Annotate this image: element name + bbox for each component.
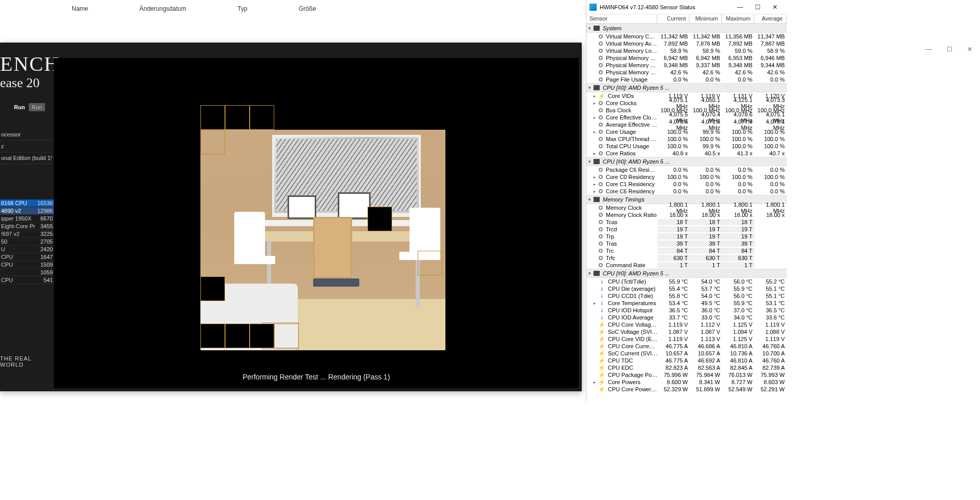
sensor-row[interactable]: Virtual Memory Available7,892 MB7,878 MB… [586,40,787,47]
col-type[interactable]: Typ [237,5,247,12]
col-size[interactable]: Größe [299,5,316,12]
maximize-button[interactable]: ☐ [749,4,766,11]
sensor-row[interactable]: Tcas18 T18 T18 T [586,218,787,226]
sensor-row[interactable]: Memory Clock1,800.1 MHz1,800.1 MHz1,800.… [586,204,787,211]
sensor-row[interactable]: Trp19 T19 T19 T [586,233,787,240]
sensor-row[interactable]: ▸Core C6 Residency0.0 %0.0 %0.0 %0.0 % [586,188,787,195]
hwinfo-title: HWiNFO64 v7.12-4580 Sensor Status [600,4,731,10]
sensor-row[interactable]: Total CPU Usage100.0 %99.9 %100.0 %100.0… [586,143,787,150]
render-status: Performing Render Test ... Rendering (Pa… [54,373,579,381]
system-info: ocessor z onal Edition (build 1! [0,129,52,164]
sensor-row[interactable]: 🌡CPU CCD1 (Tdie)55.8 °C54.0 °C56.0 °C55.… [586,292,787,299]
minimize-button[interactable]: — [918,43,939,56]
col-sensor[interactable]: Sensor [586,14,658,23]
render-tile [250,324,274,348]
sensor-section-header[interactable]: ▾CPU [#0]: AMD Ryzen 5 ... [586,157,787,166]
maximize-button[interactable]: ☐ [939,43,959,56]
sensor-row[interactable]: ⚡CPU Core Voltage (SVI2 ...1.119 V1.112 … [586,321,787,328]
sensor-row[interactable]: ⚡CPU Core VID (Effective)1.119 V1.113 V1… [586,335,787,343]
render-tile [274,324,299,348]
cinebench-window: ENCH ease 20 Run Run ocessor z onal Edit… [0,43,582,391]
col-average[interactable]: Average [754,14,787,23]
sensor-row[interactable]: Physical Memory Used6,942 MB6,942 MB6,95… [586,54,787,62]
render-image [200,105,445,382]
hwinfo-titlebar[interactable]: HWiNFO64 v7.12-4580 Sensor Status — ☐ ✕ [586,0,787,14]
col-name[interactable]: Name [72,5,88,12]
cinebench-logo: ENCH ease 20 [0,54,60,90]
ranking-row[interactable]: ipper 1950X6670 [0,215,54,223]
sensor-row[interactable]: Trcd19 T19 T19 T [586,226,787,233]
sensor-row[interactable]: Trc84 T84 T84 T [586,247,787,254]
info-row: z [0,141,52,152]
sensor-row[interactable]: Memory Clock Ratio18.00 x18.00 x18.00 x1… [586,211,787,218]
sensor-row[interactable]: Virtual Memory Committed11,342 MB11,342 … [586,33,787,40]
sensor-row[interactable]: ▸Core C1 Residency0.0 %0.0 %0.0 %0.0 % [586,181,787,188]
sensor-row[interactable]: Max CPU/Thread Usage100.0 %100.0 %100.0 … [586,135,787,143]
sensor-row[interactable]: Physical Memory Load42.6 %42.6 %42.6 %42… [586,69,787,76]
sensor-row[interactable]: ▸⚡Core Powers8.600 W8.341 W8.727 W8.603 … [586,378,787,386]
sensor-row[interactable]: ⚡CPU Core Current (SVI2 ...46.775 A46.68… [586,343,787,350]
render-viewport: Performing Render Test ... Rendering (Pa… [54,58,579,388]
hwinfo-icon [589,4,597,11]
render-tile [225,105,250,130]
run-button[interactable]: Run [29,103,45,111]
ranking-row[interactable]: Eight-Core Pr3455 [0,223,54,230]
sensor-row[interactable]: ▸Core Usage100.0 %99.9 %100.0 %100.0 % [586,128,787,135]
minimize-button[interactable]: — [731,4,749,11]
render-tile [368,207,392,231]
ranking-row[interactable]: CPU541 [0,276,54,284]
ranking-row[interactable]: U2420 [0,246,54,253]
col-date[interactable]: Änderungsdatum [139,5,186,12]
sensor-row[interactable]: Command Rate1 T1 T1 T [586,262,787,269]
ranking-row[interactable]: !697 v23225 [0,230,54,238]
render-tile [250,105,274,130]
sensor-row[interactable]: 🌡CPU Die (average)55.4 °C53.7 °C55.9 °C5… [586,285,787,292]
sensor-row[interactable]: ⚡SoC Voltage (SVI2 TFN)1.087 V1.087 V1.0… [586,328,787,335]
sensor-row[interactable]: Average Effective Clock4,075.5 MHz4,071.… [586,121,787,128]
sensor-row[interactable]: ▸Core C0 Residency100.0 %100.0 %100.0 %1… [586,173,787,181]
sensor-row[interactable]: 🌡CPU IOD Hotspot36.5 °C36.0 °C37.0 °C36.… [586,307,787,314]
render-tile [225,324,250,348]
sensor-row[interactable]: ⚡CPU Package Power75.996 W75.984 W76.013… [586,371,787,378]
close-button[interactable]: ✕ [766,4,784,11]
chip-icon [594,85,600,90]
sensor-row[interactable]: Trfc630 T630 T630 T [586,254,787,262]
sensor-row[interactable]: ⚡SoC Current (SVI2 TFN)10.657 A10.657 A1… [586,350,787,357]
sensor-row[interactable]: ▸Core Ratios40.8 x40.5 x41.3 x40.7 x [586,150,787,157]
sensor-row[interactable]: ⚡CPU TDC46.775 A46.692 A46.810 A46.760 A [586,357,787,364]
sensor-row[interactable]: Tras39 T39 T39 T [586,240,787,247]
ranking-row[interactable]: CPU1647 [0,253,54,261]
info-row: onal Edition (build 1! [0,152,52,164]
ranking-row[interactable]: 502705 [0,238,54,246]
chip-icon [594,26,600,31]
rendered-scene [200,130,445,350]
close-button[interactable]: ✕ [959,43,980,56]
tagline: THE REAL WORLD [0,355,52,368]
sensor-section-header[interactable]: ▾System [586,24,787,33]
ranking-row[interactable]: CPU1509 [0,261,54,269]
sensor-section-header[interactable]: ▾CPU [#0]: AMD Ryzen 5 ... [586,269,787,278]
col-current[interactable]: Current [658,14,690,23]
render-tile [200,105,225,130]
sensor-row[interactable]: Page File Usage0.0 %0.0 %0.0 %0.0 % [586,76,787,83]
col-maximum[interactable]: Maximum [722,14,754,23]
col-minimum[interactable]: Minimum [690,14,722,23]
sensor-section-header[interactable]: ▾CPU [#0]: AMD Ryzen 5 ... [586,83,787,92]
render-tile [418,251,442,275]
sensor-row[interactable]: Virtual Memory Load58.9 %58.9 %59.0 %58.… [586,47,787,54]
sensor-row[interactable]: 🌡CPU IOD Average33.7 °C33.0 °C34.0 °C33.… [586,314,787,321]
sensor-row[interactable]: Physical Memory Available9,348 MB9,337 M… [586,62,787,69]
sensor-row[interactable]: ▸🌡Core Temperatures53.4 °C49.5 °C55.9 °C… [586,299,787,307]
ranking-row[interactable]: 1059 [0,269,54,276]
render-tile [200,276,225,301]
render-tile [200,130,225,154]
sensor-row[interactable]: Package C6 Residency0.0 %0.0 %0.0 %0.0 % [586,166,787,173]
ranking-row[interactable]: 8168 CPU16536 [0,199,54,207]
sensor-row[interactable]: ⚡CPU Core Power (SVI2 T...52.329 W51.899… [586,386,787,393]
ranking-row[interactable]: 4890 v212986 [0,207,54,215]
sensor-row[interactable]: ⚡CPU EDC82.823 A82.563 A82.845 A82.739 A [586,364,787,371]
hwinfo-window: HWiNFO64 v7.12-4580 Sensor Status — ☐ ✕ … [586,0,787,402]
sensor-row[interactable]: ▸Core Clocks4,075.1 MHz4,050.1 MHz4,125.… [586,99,787,107]
sensor-row[interactable]: 🌡CPU (Tctl/Tdie)55.9 °C54.0 °C56.0 °C55.… [586,278,787,285]
hwinfo-body[interactable]: ▾SystemVirtual Memory Committed11,342 MB… [586,24,787,402]
